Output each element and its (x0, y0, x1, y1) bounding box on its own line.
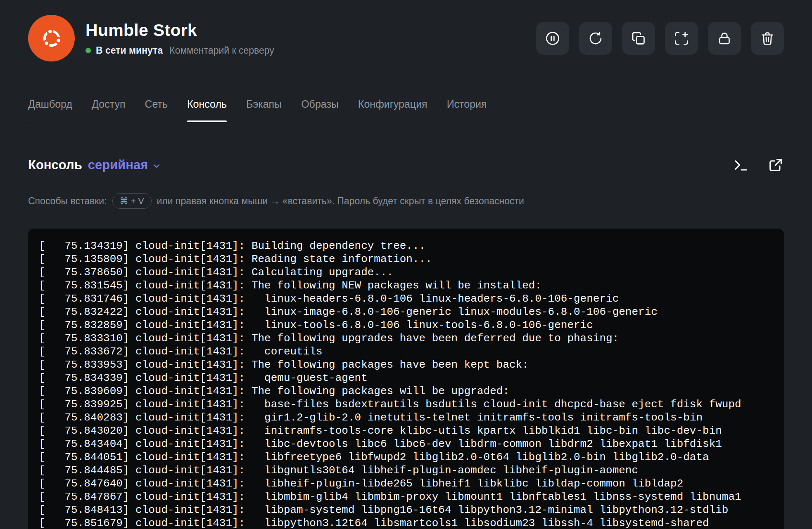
console-line: [ 75.839609] cloud-init[1431]: The follo… (39, 385, 773, 398)
ubuntu-logo-icon (38, 25, 65, 52)
tab-access[interactable]: Доступ (92, 98, 125, 122)
console-line: [ 75.851679] cloud-init[1431]: libpython… (39, 517, 773, 529)
lock-icon (717, 31, 732, 46)
console-title: Консоль (28, 158, 82, 172)
console-line: [ 75.833310] cloud-init[1431]: The follo… (39, 332, 773, 345)
tab-configuration[interactable]: Конфигурация (358, 98, 427, 122)
console-line: [ 75.844051] cloud-init[1431]: libfreety… (39, 451, 773, 464)
console-line: [ 75.134319] cloud-init[1431]: Building … (39, 239, 773, 253)
tab-backups[interactable]: Бэкапы (246, 98, 282, 122)
open-terminal-button[interactable] (733, 157, 749, 173)
server-page: Humble Stork В сети минута Комментарий к… (0, 0, 812, 529)
copy-icon (631, 31, 646, 46)
paste-hint: Способы вставки: ⌘ + V или правая кнопка… (28, 193, 784, 209)
lock-server-button[interactable] (708, 22, 741, 55)
chevron-down-icon (152, 161, 161, 171)
paste-hint-prefix: Способы вставки: (28, 196, 107, 207)
paste-hint-suffix: или правая кнопка мыши → «вставить». Пар… (157, 196, 524, 207)
tabs: ДашбордДоступСетьКонсольБэкапыОбразыКонф… (28, 98, 784, 122)
console-line: [ 75.848413] cloud-init[1431]: libpam-sy… (39, 503, 773, 517)
snapshot-plus-icon (674, 31, 689, 46)
title-block: Humble Stork В сети минута Комментарий к… (85, 21, 274, 56)
console-line: [ 75.843404] cloud-init[1431]: libc-devt… (39, 437, 773, 451)
console-line: [ 75.135809] cloud-init[1431]: Reading s… (39, 253, 773, 266)
server-actions (536, 22, 784, 55)
console-type-value: серийная (88, 158, 148, 172)
paste-shortcut-pill: ⌘ + V (112, 193, 152, 209)
pause-server-button[interactable] (536, 22, 569, 55)
console-line: [ 75.832859] cloud-init[1431]: linux-too… (39, 319, 773, 332)
console-line: [ 75.840283] cloud-init[1431]: gir1.2-gl… (39, 411, 773, 424)
tab-network[interactable]: Сеть (145, 98, 168, 122)
console-line: [ 75.843020] cloud-init[1431]: initramfs… (39, 424, 773, 437)
clone-server-button[interactable] (622, 22, 655, 55)
restart-server-button[interactable] (579, 22, 612, 55)
console-line: [ 75.833953] cloud-init[1431]: The follo… (39, 358, 773, 371)
external-link-icon (767, 157, 784, 173)
terminal-icon (733, 157, 749, 173)
console-line: [ 75.844485] cloud-init[1431]: libgnutls… (39, 464, 773, 477)
console-section-header: Консоль серийная (28, 157, 784, 173)
console-line: [ 75.831545] cloud-init[1431]: The follo… (39, 279, 773, 292)
trash-icon (760, 31, 775, 46)
status-row: В сети минута Комментарий к серверу (85, 45, 274, 56)
create-snapshot-button[interactable] (665, 22, 698, 55)
console-line: [ 75.834339] cloud-init[1431]: qemu-gues… (39, 371, 773, 385)
console-line: [ 75.839925] cloud-init[1431]: base-file… (39, 398, 773, 411)
open-in-new-window-button[interactable] (767, 157, 784, 173)
server-identity: Humble Stork В сети минута Комментарий к… (28, 15, 274, 61)
status-text: В сети минута (96, 45, 163, 56)
console-line: [ 75.831746] cloud-init[1431]: linux-hea… (39, 292, 773, 305)
page-title: Humble Stork (85, 21, 274, 40)
console-title-row: Консоль серийная (28, 158, 161, 172)
status-dot-icon (85, 48, 91, 53)
tab-history[interactable]: История (447, 98, 487, 122)
server-header: Humble Stork В сети минута Комментарий к… (28, 15, 784, 61)
tab-dashboard[interactable]: Дашборд (28, 98, 72, 122)
server-comment[interactable]: Комментарий к серверу (169, 45, 274, 56)
console-line: [ 75.833672] cloud-init[1431]: coreutils (39, 345, 773, 358)
console-line: [ 75.832422] cloud-init[1431]: linux-ima… (39, 305, 773, 319)
tab-console[interactable]: Консоль (187, 98, 227, 122)
console-line: [ 75.847640] cloud-init[1431]: libheif-p… (39, 477, 773, 490)
console-type-selector[interactable]: серийная (88, 158, 162, 172)
console-header-icons (733, 157, 784, 173)
console-line: [ 75.378650] cloud-init[1431]: Calculati… (39, 266, 773, 279)
avatar (28, 15, 75, 61)
console-output[interactable]: [ 75.134319] cloud-init[1431]: Building … (28, 229, 784, 529)
reload-icon (588, 31, 603, 46)
delete-server-button[interactable] (751, 22, 784, 55)
pause-circle-icon (545, 31, 560, 46)
tab-images[interactable]: Образы (301, 98, 339, 122)
console-line: [ 75.847867] cloud-init[1431]: libmbim-g… (39, 490, 773, 503)
